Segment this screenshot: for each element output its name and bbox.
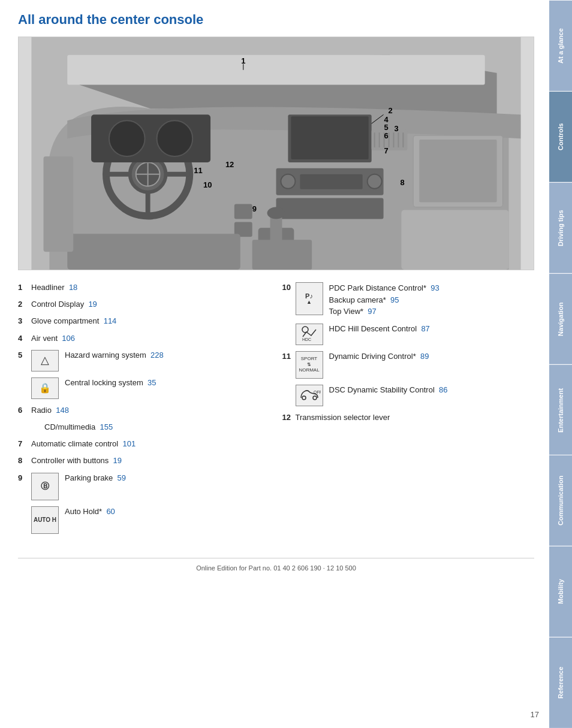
dsc-icon: OFF [298,386,321,405]
link-hazard[interactable]: 228 [150,351,164,360]
left-column: 1 Headliner 18 2 Control Display 19 3 Gl… [18,282,270,540]
page-footer: Online Edition for Part no. 01 40 2 606 … [18,558,534,572]
pdc-icon-box: P♪ ▲ [296,282,323,315]
svg-text:1: 1 [241,56,245,65]
item-num-3: 3 [18,316,31,327]
svg-point-39 [109,120,145,156]
link-controller[interactable]: 19 [113,456,122,465]
hdc-icon: HDC [300,325,318,344]
link-backup-camera[interactable]: 95 [390,295,399,304]
link-radio[interactable]: 148 [56,406,69,415]
item-num-9: 9 [18,473,31,484]
link-dynamic-driving[interactable]: 89 [420,352,429,361]
dsc-icon-box: OFF [296,385,323,406]
svg-point-57 [302,396,306,400]
svg-rect-33 [419,140,496,202]
link-central-locking[interactable]: 35 [147,378,156,387]
sidebar-tab-navigation[interactable]: Navigation [549,273,572,364]
auto-hold-icon: AUTO H [34,516,56,524]
svg-text:2: 2 [389,106,393,115]
item-num-10: 10 [282,282,296,293]
svg-point-14 [281,174,295,189]
item-text-9: Parking brake 59 [65,473,270,484]
item-num-7: 7 [18,439,31,449]
item-text-1: Headliner 18 [31,282,270,293]
item-num-6: 6 [18,405,31,416]
list-item-3: 3 Glove compartment 114 [18,316,270,327]
svg-point-58 [313,396,317,400]
item-text-2: Control Display 19 [31,299,270,310]
item-text-6b: CD/multimedia 155 [31,422,270,433]
item-text-8: Controller with buttons 19 [31,455,270,466]
svg-rect-17 [276,198,384,219]
sidebar-tab-at-a-glance[interactable]: At a glance [549,0,572,91]
svg-rect-12 [291,116,368,159]
main-content: All around the center console [0,0,549,584]
svg-point-20 [267,207,285,219]
link-control-display[interactable]: 19 [88,300,97,309]
link-pdc[interactable]: 93 [430,283,439,292]
svg-text:11: 11 [194,166,202,175]
content-body: 1 Headliner 18 2 Control Display 19 3 Gl… [18,282,534,540]
list-item-6: 6 Radio 148 [18,405,270,416]
svg-text:7: 7 [384,146,389,155]
parking-icon-box: Ⓑ [31,473,59,500]
svg-rect-35 [401,210,508,270]
svg-point-55 [302,327,308,333]
link-glove-compartment[interactable]: 114 [104,316,117,325]
car-image: 1 2 3 4 5 6 7 8 9 10 11 12 [18,37,534,270]
list-item-6b: CD/multimedia 155 [18,422,270,433]
link-parking-brake[interactable]: 59 [117,473,125,482]
link-cd-multimedia[interactable]: 155 [100,422,113,431]
list-item-9b: AUTO H Auto Hold* 60 [18,506,270,534]
list-item-dsc: OFF DSC Dynamic Stability Control 86 [282,385,535,406]
hdc-icon-box: HDC [296,324,323,345]
sidebar-tab-entertainment[interactable]: Entertainment [549,364,572,455]
list-item-10: 10 P♪ ▲ PDC Park Distance Control* 93 Ba… [282,282,535,318]
svg-rect-37 [67,55,484,85]
link-auto-hold[interactable]: 60 [106,507,115,516]
item-num-5: 5 [18,350,31,361]
svg-text:OFF: OFF [314,390,321,394]
link-climate-control[interactable]: 101 [122,439,136,448]
sidebar-tab-controls[interactable]: Controls [549,91,572,182]
list-item-hdc: HDC HDC Hill Descent Control 87 [282,324,535,345]
sidebar-tab-reference[interactable]: Reference [549,637,572,728]
link-dsc[interactable]: 86 [439,385,447,394]
svg-rect-21 [252,240,312,270]
list-item-7: 7 Automatic climate control 101 [18,439,270,449]
item-text-5: Hazard warning system 228 [65,350,270,361]
sidebar-tab-mobility[interactable]: Mobility [549,546,572,637]
sidebar-tabs: At a glance Controls Driving tips Naviga… [549,0,572,728]
item-text-6: Radio 148 [31,405,270,416]
item-text-11: Dynamic Driving Control* 89 [329,351,535,362]
svg-text:HDC: HDC [302,337,311,342]
item-text-dsc: DSC Dynamic Stability Control 86 [329,385,535,395]
svg-point-15 [368,174,382,189]
list-item-12: 12 Transmission selector lever [282,412,535,423]
link-headliner[interactable]: 18 [69,283,77,292]
sidebar-tab-driving-tips[interactable]: Driving tips [549,182,572,273]
sidebar-tab-communication[interactable]: Communication [549,455,572,546]
link-air-vent[interactable]: 106 [62,334,75,343]
item-text-4: Air vent 106 [31,333,270,344]
list-item-5b: 🔒 Central locking system 35 [18,377,270,399]
link-hdc[interactable]: 87 [421,324,429,333]
pdc-icon: P♪ ▲ [305,293,313,305]
svg-text:6: 6 [384,131,389,140]
item-num-5b [18,377,31,388]
item-num-11: 11 [282,351,296,362]
item-text-9b: Auto Hold* 60 [65,506,270,517]
item-num-12: 12 [282,412,296,423]
item-text-3: Glove compartment 114 [31,316,270,327]
svg-text:10: 10 [203,180,212,189]
svg-rect-36 [44,156,74,252]
svg-point-40 [157,120,193,156]
hazard-warning-icon: △ [41,353,49,368]
item-num-1: 1 [18,282,31,293]
page-number: 17 [531,710,539,719]
link-top-view[interactable]: 97 [368,307,376,316]
list-item-1: 1 Headliner 18 [18,282,270,293]
svg-text:8: 8 [400,178,404,187]
lock-icon-box: 🔒 [31,377,59,399]
